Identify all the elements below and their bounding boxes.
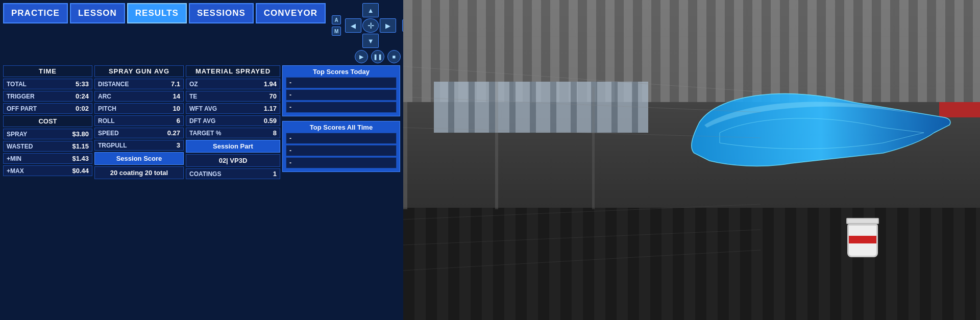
sg-trgpull-label: TRGPULL bbox=[98, 142, 127, 149]
cost-max-row: +MAX $0.44 bbox=[3, 165, 92, 176]
cost-spray-value: $3.80 bbox=[72, 130, 89, 138]
paint-can-stripe bbox=[849, 236, 876, 243]
sg-arc-row: ARC 14 bbox=[94, 91, 184, 102]
material-column: MATERIAL SPRAYED OZ 1.94 TE 70 WFT AVG 1… bbox=[186, 65, 280, 318]
spray-gun-column: SPRAY GUN AVG DISTANCE 7.1 ARC 14 PITCH … bbox=[94, 65, 184, 318]
sg-arc-label: ARC bbox=[98, 93, 111, 100]
top-scores-alltime-header: Top Scores All Time bbox=[286, 124, 397, 131]
spray-gun-header: SPRAY GUN AVG bbox=[94, 65, 184, 77]
empty-br bbox=[380, 34, 396, 48]
time-cost-column: TIME TOTAL 5:33 TRIGGER 0:24 OFF PART 0:… bbox=[3, 65, 92, 318]
nav-cluster-row: PRACTICE LESSON RESULTS SESSIONS CONVEYO… bbox=[0, 0, 403, 63]
mat-target-label: TARGET % bbox=[189, 130, 221, 137]
time-offpart-value: 0:02 bbox=[76, 105, 89, 112]
top-scores-today-header: Top Scores Today bbox=[286, 68, 397, 76]
session-part-value: 02| VP3D bbox=[186, 154, 280, 167]
arrow-down-btn[interactable]: ▼ bbox=[362, 34, 379, 48]
time-offpart-label: OFF PART bbox=[7, 105, 37, 112]
top-scores-alltime-panel: Top Scores All Time - - - bbox=[282, 121, 400, 172]
cost-min-value: $1.43 bbox=[72, 155, 89, 162]
cost-min-row: +MIN $1.43 bbox=[3, 153, 92, 164]
mat-wft-row: WFT AVG 1.17 bbox=[186, 103, 280, 114]
cost-spray-row: SPRAY $3.80 bbox=[3, 129, 92, 139]
nav-practice[interactable]: PRACTICE bbox=[3, 3, 68, 23]
sg-roll-label: ROLL bbox=[98, 117, 115, 125]
3d-viewport bbox=[403, 0, 980, 320]
3d-scene bbox=[403, 0, 980, 320]
sg-distance-label: DISTANCE bbox=[98, 81, 129, 88]
media-stop-btn[interactable]: ■ bbox=[387, 50, 401, 63]
arrow-right-btn[interactable]: ▶ bbox=[380, 18, 396, 33]
time-offpart-row: OFF PART 0:02 bbox=[3, 103, 92, 114]
wall-windows bbox=[434, 82, 648, 133]
cost-wasted-label: WASTED bbox=[7, 143, 33, 150]
cost-max-label: +MAX bbox=[7, 167, 24, 175]
mat-dft-row: DFT AVG 0.59 bbox=[186, 115, 280, 126]
nav-buttons: PRACTICE LESSON RESULTS SESSIONS CONVEYO… bbox=[3, 3, 326, 23]
paint-can bbox=[847, 218, 878, 259]
mat-dft-label: DFT AVG bbox=[189, 117, 215, 125]
coatings-row: Coatings 1 bbox=[186, 168, 280, 179]
score-today-2: - bbox=[286, 89, 397, 101]
sg-distance-value: 7.1 bbox=[171, 80, 180, 88]
session-score-value: 20 coating 20 total bbox=[94, 166, 184, 179]
score-alltime-2: - bbox=[286, 145, 397, 156]
floor bbox=[403, 208, 980, 320]
media-pause-btn[interactable]: ❚❚ bbox=[371, 50, 384, 63]
time-total-row: TOTAL 5:33 bbox=[3, 79, 92, 89]
cost-spray-label: SPRAY bbox=[7, 131, 27, 138]
nav-conveyor[interactable]: CONVEYOR bbox=[256, 3, 326, 23]
mat-oz-label: OZ bbox=[189, 81, 198, 88]
sg-roll-value: 6 bbox=[177, 117, 180, 125]
sg-arc-value: 14 bbox=[173, 92, 180, 100]
score-today-1: - bbox=[286, 77, 397, 88]
coatings-value: 1 bbox=[273, 170, 277, 178]
time-header: TIME bbox=[3, 65, 92, 77]
sg-trgpull-row: TRGPULL 3 bbox=[94, 140, 184, 151]
a-label[interactable]: A bbox=[332, 15, 341, 24]
cost-header: COST bbox=[3, 115, 92, 127]
nav-results[interactable]: RESULTS bbox=[127, 3, 187, 23]
arrow-up-btn[interactable]: ▲ bbox=[362, 3, 379, 17]
sg-pitch-row: PITCH 10 bbox=[94, 103, 184, 114]
empty-tl bbox=[345, 3, 361, 17]
mat-target-value: 8 bbox=[273, 129, 277, 137]
am-labels: A M bbox=[332, 15, 341, 36]
sg-trgpull-value: 3 bbox=[177, 141, 180, 149]
mat-te-row: TE 70 bbox=[186, 91, 280, 102]
mat-te-label: TE bbox=[189, 93, 197, 100]
nav-lesson[interactable]: LESSON bbox=[70, 3, 125, 23]
sg-speed-label: SPEED bbox=[98, 130, 119, 137]
cost-wasted-row: WASTED $1.15 bbox=[3, 141, 92, 152]
scores-column: Top Scores Today - - - Top Scores All Ti… bbox=[282, 65, 400, 318]
session-score-header: Session Score bbox=[94, 152, 184, 165]
arrow-center-btn[interactable]: ✛ bbox=[362, 18, 379, 33]
media-play-btn[interactable]: ▶ bbox=[355, 50, 368, 63]
left-panel: PRACTICE LESSON RESULTS SESSIONS CONVEYO… bbox=[0, 0, 403, 320]
material-header: MATERIAL SPRAYED bbox=[186, 65, 280, 77]
sg-distance-row: DISTANCE 7.1 bbox=[94, 79, 184, 89]
time-total-label: TOTAL bbox=[7, 81, 27, 88]
mat-te-value: 70 bbox=[270, 92, 277, 100]
mat-target-row: TARGET % 8 bbox=[186, 128, 280, 138]
arrow-cluster: ▲ ◀ ✛ ▶ ▼ bbox=[345, 3, 396, 48]
mat-oz-value: 1.94 bbox=[264, 80, 277, 88]
mat-oz-row: OZ 1.94 bbox=[186, 79, 280, 89]
cost-wasted-value: $1.15 bbox=[72, 142, 89, 150]
main-stats: TIME TOTAL 5:33 TRIGGER 0:24 OFF PART 0:… bbox=[0, 63, 403, 320]
score-alltime-1: - bbox=[286, 133, 397, 144]
time-trigger-value: 0:24 bbox=[76, 92, 89, 100]
mat-dft-value: 0.59 bbox=[264, 117, 277, 125]
time-trigger-label: TRIGGER bbox=[7, 93, 35, 100]
mat-wft-label: WFT AVG bbox=[189, 105, 217, 112]
paint-can-body bbox=[847, 224, 878, 257]
empty-bl bbox=[345, 34, 361, 48]
blue-part-shape bbox=[689, 82, 954, 184]
sg-roll-row: ROLL 6 bbox=[94, 115, 184, 126]
session-part-header: Session Part bbox=[186, 140, 280, 153]
coatings-label: Coatings bbox=[189, 170, 221, 178]
sg-speed-value: 0.27 bbox=[167, 129, 180, 137]
nav-sessions[interactable]: SESSIONS bbox=[189, 3, 254, 23]
arrow-left-btn[interactable]: ◀ bbox=[345, 18, 361, 33]
m-label[interactable]: M bbox=[332, 27, 341, 36]
